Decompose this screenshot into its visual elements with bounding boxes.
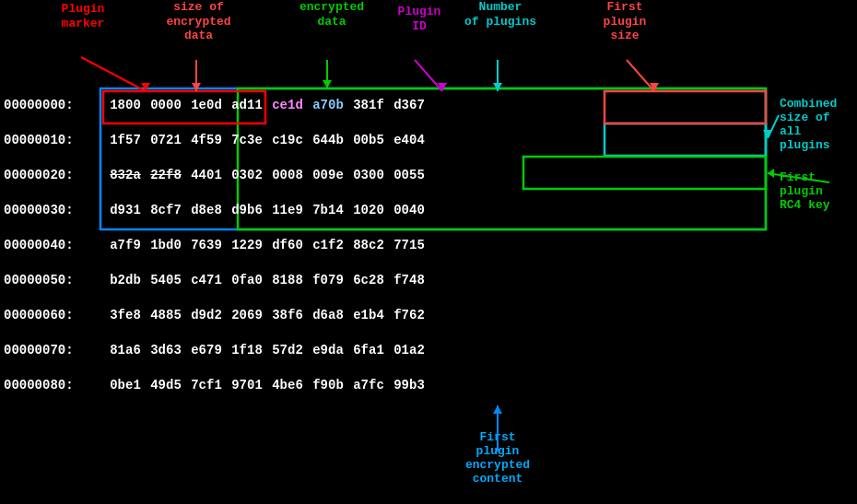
hex-row-8: 00000080: 0be1 49d5 7cf1 9701 4be6 f90b … [0,368,774,403]
cell-2-1: 22f8 [146,164,186,186]
cell-3-1: 8cf7 [146,199,186,221]
cell-6-0: 3fe8 [105,304,146,326]
cell-4-3: 1229 [227,234,267,256]
addr-8: 00000080: [4,378,105,393]
hex-row-1: 00000010: 1f57 0721 4f59 7c3e c19c 644b … [0,123,774,158]
cell-1-3: 7c3e [227,129,267,151]
cell-6-7: f762 [389,304,429,326]
cell-4-7: 7715 [389,234,429,256]
svg-marker-23 [493,405,502,414]
cell-1-7: e404 [389,129,429,151]
cell-5-5: f079 [308,269,348,291]
cell-0-7: d367 [389,94,429,116]
label-first-plugin-rc4: FirstpluginRC4 key [780,170,855,212]
cell-6-1: 4885 [146,304,186,326]
cell-2-5: 009e [308,164,348,186]
cell-6-3: 2069 [227,304,267,326]
cell-7-5: e9da [308,339,348,361]
addr-6: 00000060: [4,308,105,322]
cell-0-2: 1e0d [186,94,227,116]
cell-6-2: d9d2 [186,304,227,326]
cell-3-0: d931 [105,199,146,221]
cell-0-1: 0000 [146,94,186,116]
svg-line-6 [81,57,146,91]
addr-5: 00000050: [4,273,105,287]
cell-8-0: 0be1 [105,374,146,396]
label-plugin-id: Plugin ID [387,5,452,33]
cell-3-4: 11e9 [267,199,308,221]
hex-row-4: 00000040: a7f9 1bd0 7639 1229 df60 c1f2 … [0,228,774,263]
svg-line-16 [627,60,654,91]
cell-5-6: 6c28 [348,269,389,291]
cell-0-6: 381f [348,94,389,116]
hex-row-7: 00000070: 81a6 3d63 e679 1f18 57d2 e9da … [0,333,774,368]
addr-2: 00000020: [4,168,105,182]
cell-8-2: 7cf1 [186,374,227,396]
addr-0: 00000000: [4,98,105,112]
hex-row-5: 00000050: b2db 5405 c471 0fa0 8188 f079 … [0,263,774,298]
cell-7-4: 57d2 [267,339,308,361]
cell-4-4: df60 [267,234,308,256]
cell-0-4: ce1d [267,94,308,116]
cell-4-0: a7f9 [105,234,146,256]
cell-1-2: 4f59 [186,129,227,151]
hex-table: 00000000: 1800 0000 1e0d ad11 ce1d a70b … [0,88,774,403]
label-first-plugin-size: Firstpluginsize [588,0,662,43]
cell-5-4: 8188 [267,269,308,291]
cell-1-1: 0721 [146,129,186,151]
svg-line-12 [415,60,442,91]
cell-7-1: 3d63 [146,339,186,361]
cell-5-1: 5405 [146,269,186,291]
cell-8-3: 9701 [227,374,267,396]
cell-3-6: 1020 [348,199,389,221]
addr-1: 00000010: [4,133,105,147]
cell-7-3: 1f18 [227,339,267,361]
label-first-plugin-content: Firstpluginencryptedcontent [452,430,544,486]
cell-0-3: ad11 [227,94,267,116]
addr-7: 00000070: [4,343,105,357]
cell-8-1: 49d5 [146,374,186,396]
cell-8-4: 4be6 [267,374,308,396]
cell-2-4: 0008 [267,164,308,186]
hex-row-2: 00000020: 832a 22f8 4401 0302 0008 009e … [0,158,774,193]
addr-3: 00000030: [4,203,105,217]
cell-3-3: d9b6 [227,199,267,221]
hex-row-6: 00000060: 3fe8 4885 d9d2 2069 38f6 d6a8 … [0,298,774,333]
cell-7-6: 6fa1 [348,339,389,361]
cell-0-0: 1800 [105,94,146,116]
cell-6-4: 38f6 [267,304,308,326]
cell-2-0: 832a [105,164,146,186]
cell-1-0: 1f57 [105,129,146,151]
cell-2-2: 4401 [186,164,227,186]
cell-3-7: 0040 [389,199,429,221]
addr-4: 00000040: [4,238,105,252]
cell-4-5: c1f2 [308,234,348,256]
cell-1-6: 00b5 [348,129,389,151]
hex-row-0: 00000000: 1800 0000 1e0d ad11 ce1d a70b … [0,88,774,123]
cell-4-1: 1bd0 [146,234,186,256]
label-encrypted-data: encrypteddata [295,0,369,29]
cell-7-7: 01a2 [389,339,429,361]
cell-8-5: f90b [308,374,348,396]
cell-4-6: 88c2 [348,234,389,256]
cell-0-5: a70b [308,94,348,116]
cell-2-3: 0302 [227,164,267,186]
cell-5-2: c471 [186,269,227,291]
cell-6-6: e1b4 [348,304,389,326]
label-combined-size: Combinedsize of allplugins [780,97,855,152]
label-plugin-marker: Pluginmarker [51,2,115,30]
cell-5-0: b2db [105,269,146,291]
cell-5-3: 0fa0 [227,269,267,291]
cell-1-4: c19c [267,129,308,151]
cell-4-2: 7639 [186,234,227,256]
cell-7-2: e679 [186,339,227,361]
cell-2-6: 0300 [348,164,389,186]
cell-3-2: d8e8 [186,199,227,221]
cell-5-7: f748 [389,269,429,291]
cell-1-5: 644b [308,129,348,151]
cell-6-5: d6a8 [308,304,348,326]
cell-7-0: 81a6 [105,339,146,361]
cell-2-7: 0055 [389,164,429,186]
label-size-encrypted: size ofencrypteddata [155,0,242,43]
label-num-plugins: Numberof plugins [459,0,542,29]
